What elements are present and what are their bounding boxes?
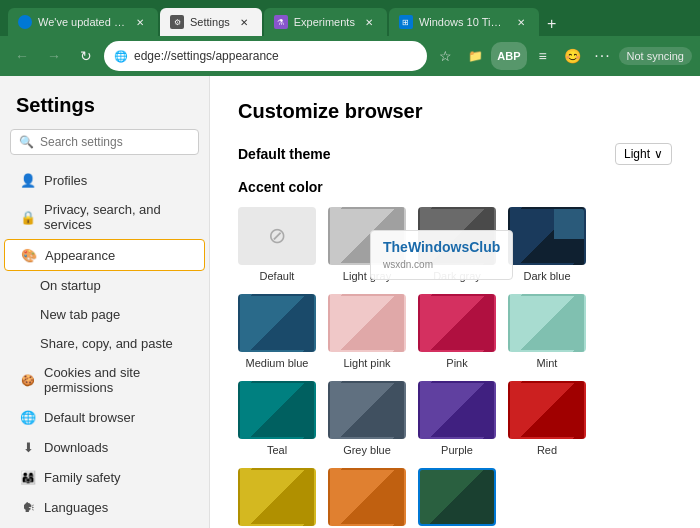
sidebar: Settings 🔍 👤 Profiles 🔒 Privacy, search,… — [0, 76, 210, 528]
new-tab-button[interactable]: + — [541, 12, 562, 36]
color-item-pink[interactable]: Pink — [418, 294, 496, 369]
collections-button[interactable]: 📁 — [461, 42, 489, 70]
tab-4-label: Windows 10 Tips, Tric... — [419, 16, 507, 28]
sidebar-item-appearance[interactable]: 🎨 Appearance — [4, 239, 205, 271]
privacy-icon: 🔒 — [20, 209, 36, 225]
tab-1-favicon — [18, 15, 32, 29]
sidebar-item-downloads[interactable]: ⬇ Downloads — [4, 432, 205, 462]
color-item-light-gray[interactable]: Light gray — [328, 207, 406, 282]
family-label: Family safety — [44, 470, 121, 485]
appearance-icon: 🎨 — [21, 247, 37, 263]
accent-color-label: Accent color — [238, 179, 672, 195]
family-icon: 👨‍👩‍👧 — [20, 469, 36, 485]
address-bar[interactable]: 🌐 edge://settings/appearance — [104, 41, 427, 71]
sidebar-item-new-tab[interactable]: New tab page — [4, 300, 205, 329]
search-icon: 🔍 — [19, 135, 34, 149]
color-item-orange[interactable]: Orange — [328, 468, 406, 528]
settings-more-button[interactable]: ··· — [589, 42, 617, 70]
color-grid: DefaultLight grayDark grayDark blueMediu… — [238, 207, 672, 528]
search-box[interactable]: 🔍 — [10, 129, 199, 155]
main-layout: Settings 🔍 👤 Profiles 🔒 Privacy, search,… — [0, 76, 700, 528]
color-swatch-light-gray — [328, 207, 406, 265]
default-theme-section: Default theme Light ∨ — [238, 143, 672, 165]
share-label: Share, copy, and paste — [40, 336, 173, 351]
hub-button[interactable]: ≡ — [529, 42, 557, 70]
refresh-button[interactable]: ↻ — [72, 42, 100, 70]
browser-window: We've updated you to t... ✕ ⚙ Settings ✕… — [0, 0, 700, 528]
abp-button[interactable]: ABP — [491, 42, 526, 70]
color-item-green[interactable]: Green — [418, 468, 496, 528]
sidebar-item-share[interactable]: Share, copy, and paste — [4, 329, 205, 358]
tab-4[interactable]: ⊞ Windows 10 Tips, Tric... ✕ — [389, 8, 539, 36]
content-area: Customize browser Default theme Light ∨ … — [210, 76, 700, 528]
new-tab-label: New tab page — [40, 307, 120, 322]
sidebar-item-cookies[interactable]: 🍪 Cookies and site permissions — [4, 358, 205, 402]
color-item-medium-blue[interactable]: Medium blue — [238, 294, 316, 369]
tab-3-close[interactable]: ✕ — [361, 14, 377, 30]
languages-icon: 🗣 — [20, 499, 36, 515]
color-swatch-default — [238, 207, 316, 265]
color-item-purple[interactable]: Purple — [418, 381, 496, 456]
tab-2-close[interactable]: ✕ — [236, 14, 252, 30]
sidebar-item-privacy[interactable]: 🔒 Privacy, search, and services — [4, 195, 205, 239]
theme-value: Light — [624, 147, 650, 161]
tab-1-close[interactable]: ✕ — [132, 14, 148, 30]
feedback-button[interactable]: 😊 — [559, 42, 587, 70]
nav-bar: ← → ↻ 🌐 edge://settings/appearance ☆ 📁 A… — [0, 36, 700, 76]
nav-right: ☆ 📁 ABP ≡ 😊 ··· Not syncing — [431, 42, 692, 70]
color-item-grey-blue[interactable]: Grey blue — [328, 381, 406, 456]
tab-2[interactable]: ⚙ Settings ✕ — [160, 8, 262, 36]
color-swatch-light-pink — [328, 294, 406, 352]
color-item-dark-blue[interactable]: Dark blue — [508, 207, 586, 282]
cookies-label: Cookies and site permissions — [44, 365, 189, 395]
theme-dropdown[interactable]: Light ∨ — [615, 143, 672, 165]
back-button[interactable]: ← — [8, 42, 36, 70]
tab-4-favicon: ⊞ — [399, 15, 413, 29]
color-swatch-grey-blue — [328, 381, 406, 439]
sidebar-item-printers[interactable]: 🖨 Printers — [4, 522, 205, 528]
page-title: Customize browser — [238, 100, 672, 123]
profiles-icon: 👤 — [20, 172, 36, 188]
address-text: edge://settings/appearance — [134, 49, 417, 63]
sidebar-item-family[interactable]: 👨‍👩‍👧 Family safety — [4, 462, 205, 492]
chevron-down-icon: ∨ — [654, 147, 663, 161]
color-swatch-dark-blue — [508, 207, 586, 265]
color-label-dark-gray: Dark gray — [433, 270, 481, 282]
color-swatch-red — [508, 381, 586, 439]
color-swatch-pink — [418, 294, 496, 352]
sidebar-item-languages[interactable]: 🗣 Languages — [4, 492, 205, 522]
color-label-mint: Mint — [537, 357, 558, 369]
color-label-default: Default — [260, 270, 295, 282]
tab-1[interactable]: We've updated you to t... ✕ — [8, 8, 158, 36]
default-theme-label: Default theme — [238, 146, 331, 162]
cookies-icon: 🍪 — [20, 372, 36, 388]
search-input[interactable] — [40, 135, 190, 149]
color-label-teal: Teal — [267, 444, 287, 456]
color-item-teal[interactable]: Teal — [238, 381, 316, 456]
downloads-label: Downloads — [44, 440, 108, 455]
color-label-light-gray: Light gray — [343, 270, 391, 282]
color-item-default[interactable]: Default — [238, 207, 316, 282]
forward-button[interactable]: → — [40, 42, 68, 70]
color-label-dark-blue: Dark blue — [523, 270, 570, 282]
color-item-dark-gray[interactable]: Dark gray — [418, 207, 496, 282]
privacy-label: Privacy, search, and services — [44, 202, 189, 232]
color-swatch-green — [418, 468, 496, 526]
tab-3[interactable]: ⚗ Experiments ✕ — [264, 8, 387, 36]
sidebar-item-profiles[interactable]: 👤 Profiles — [4, 165, 205, 195]
sidebar-item-default-browser[interactable]: 🌐 Default browser — [4, 402, 205, 432]
star-button[interactable]: ☆ — [431, 42, 459, 70]
not-syncing-button[interactable]: Not syncing — [619, 47, 692, 65]
color-item-red[interactable]: Red — [508, 381, 586, 456]
color-label-medium-blue: Medium blue — [246, 357, 309, 369]
sidebar-item-startup[interactable]: On startup — [4, 271, 205, 300]
color-item-mint[interactable]: Mint — [508, 294, 586, 369]
color-item-light-pink[interactable]: Light pink — [328, 294, 406, 369]
color-label-pink: Pink — [446, 357, 467, 369]
sidebar-title: Settings — [0, 86, 209, 129]
color-item-yellow[interactable]: Yellow — [238, 468, 316, 528]
color-swatch-yellow — [238, 468, 316, 526]
tab-2-label: Settings — [190, 16, 230, 28]
tab-4-close[interactable]: ✕ — [513, 14, 529, 30]
accent-color-section: Accent color DefaultLight grayDark grayD… — [238, 179, 672, 528]
